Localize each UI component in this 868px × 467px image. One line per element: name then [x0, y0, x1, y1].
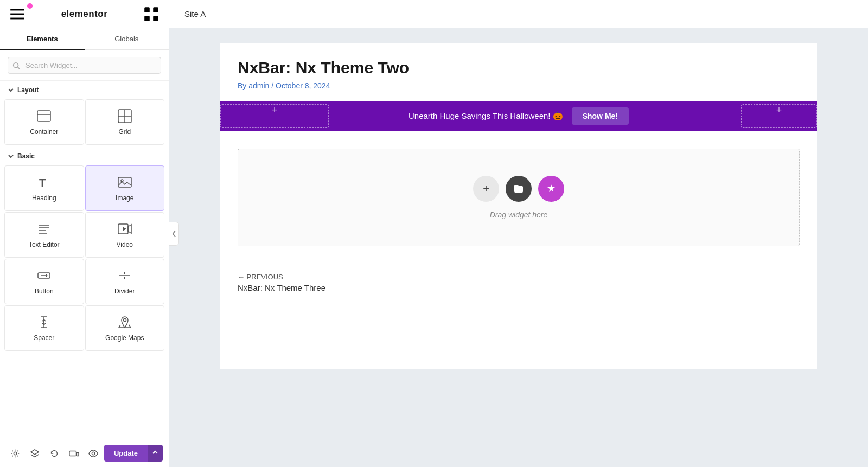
container-icon [36, 108, 52, 124]
add-widget-button[interactable]: + [473, 176, 499, 202]
widget-video[interactable]: Video [85, 212, 165, 258]
banner-text: Unearth Huge Savings This Halloween! 🎃 [409, 111, 563, 121]
widgets-area: Layout Container Grid [0, 81, 169, 467]
chevron-up-icon [152, 449, 158, 456]
widget-button-label: Button [35, 287, 54, 295]
site-header: Site A [169, 0, 868, 28]
image-icon [117, 175, 132, 190]
tab-elements[interactable]: Elements [0, 28, 85, 50]
responsive-icon [69, 449, 79, 458]
svg-marker-22 [128, 225, 131, 233]
widget-grid[interactable]: Grid [85, 99, 165, 145]
drop-zone: + Drag widget here [238, 149, 800, 246]
site-name: Site A [184, 9, 206, 18]
settings-icon [10, 449, 20, 458]
search-input[interactable] [8, 57, 161, 74]
widget-google-maps-label: Google Maps [105, 334, 144, 342]
sidebar-tabs: Elements Globals [0, 28, 169, 50]
drop-zone-label: Drag widget here [490, 210, 548, 219]
spacer-icon [36, 315, 52, 330]
post-meta: By admin / October 8, 2024 [238, 81, 800, 90]
previous-title: NxBar: Nx Theme Three [238, 283, 800, 292]
main-content: Site A NxBar: Nx Theme Two By admin / Oc… [169, 0, 868, 467]
widget-text-editor-label: Text Editor [29, 241, 60, 248]
widget-spacer[interactable]: Spacer [4, 305, 84, 351]
widget-image-label: Image [116, 194, 133, 202]
preview-button[interactable] [85, 445, 102, 462]
widget-spacer-label: Spacer [34, 334, 54, 342]
page-container: NxBar: Nx Theme Two By admin / October 8… [220, 43, 817, 369]
layers-icon [30, 449, 40, 458]
apps-button[interactable] [143, 5, 160, 23]
responsive-button[interactable] [65, 445, 82, 462]
section-basic-label: Basic [17, 152, 35, 160]
layers-button[interactable] [26, 445, 43, 462]
svg-rect-15 [118, 177, 131, 187]
svg-rect-3 [144, 7, 150, 12]
svg-rect-4 [153, 7, 158, 12]
svg-line-8 [18, 67, 20, 69]
widget-video-label: Video [117, 241, 133, 248]
magic-icon [546, 183, 557, 194]
update-button-wrap: Update [104, 445, 163, 462]
widget-image[interactable]: Image [85, 165, 165, 211]
widget-text-editor[interactable]: Text Editor [4, 212, 84, 258]
previous-section: ← PREVIOUS NxBar: Nx Theme Three [238, 264, 800, 292]
hamburger-button[interactable] [9, 5, 26, 23]
grid-widget-icon [117, 108, 132, 124]
chevron-down-icon-basic [8, 153, 14, 159]
svg-point-43 [92, 452, 94, 455]
elementor-logo: elementor [61, 9, 108, 20]
widget-button[interactable]: Button [4, 259, 84, 304]
history-button[interactable] [46, 445, 63, 462]
svg-marker-40 [31, 449, 39, 454]
button-icon [36, 268, 52, 283]
ai-button[interactable] [538, 176, 564, 202]
eye-icon [88, 449, 98, 458]
sidebar-header: elementor [0, 0, 169, 28]
hamburger-icon [9, 5, 26, 23]
notification-dot [27, 3, 33, 9]
widget-divider-label: Divider [114, 287, 135, 295]
update-chevron-button[interactable] [148, 445, 163, 462]
section-layout-header[interactable]: Layout [0, 81, 169, 97]
widget-divider[interactable]: Divider [85, 259, 165, 304]
text-editor-icon [36, 221, 52, 236]
show-me-button[interactable]: Show Me! [572, 107, 629, 125]
basic-widget-grid: T Heading Image [0, 163, 169, 353]
post-title: NxBar: Nx Theme Two [238, 59, 800, 77]
drop-zone-actions: + [473, 176, 564, 202]
svg-point-7 [14, 62, 18, 67]
search-bar [0, 50, 169, 81]
settings-button[interactable] [7, 445, 24, 462]
widget-google-maps[interactable]: Google Maps [85, 305, 165, 351]
widget-grid-label: Grid [118, 128, 131, 136]
svg-rect-41 [69, 451, 76, 456]
sidebar-collapse-handle[interactable] [169, 222, 179, 246]
template-button[interactable] [506, 176, 532, 202]
grid-icon [143, 5, 160, 23]
tab-globals[interactable]: Globals [85, 28, 169, 50]
svg-point-38 [123, 319, 126, 322]
divider-icon [117, 268, 132, 283]
widget-heading[interactable]: T Heading [4, 165, 84, 211]
search-icon [12, 62, 20, 69]
page-content: NxBar: Nx Theme Two By admin / October 8… [169, 28, 868, 467]
section-basic-header[interactable]: Basic [0, 147, 169, 163]
widget-container-label: Container [30, 128, 58, 136]
svg-marker-23 [123, 227, 126, 231]
layout-widget-grid: Container Grid [0, 97, 169, 147]
section-layout-label: Layout [17, 86, 39, 94]
sidebar-footer: Update [0, 439, 169, 467]
svg-rect-9 [37, 111, 50, 121]
widget-container[interactable]: Container [4, 99, 84, 145]
svg-rect-6 [153, 16, 158, 21]
update-button[interactable]: Update [104, 445, 148, 462]
svg-rect-5 [144, 16, 150, 21]
video-icon [117, 221, 132, 236]
history-icon [49, 449, 59, 458]
heading-icon: T [36, 175, 52, 190]
svg-text:T: T [39, 177, 46, 189]
banner-drop-zone-right: + [741, 104, 817, 128]
banner-drop-zone-left: + [220, 104, 329, 128]
